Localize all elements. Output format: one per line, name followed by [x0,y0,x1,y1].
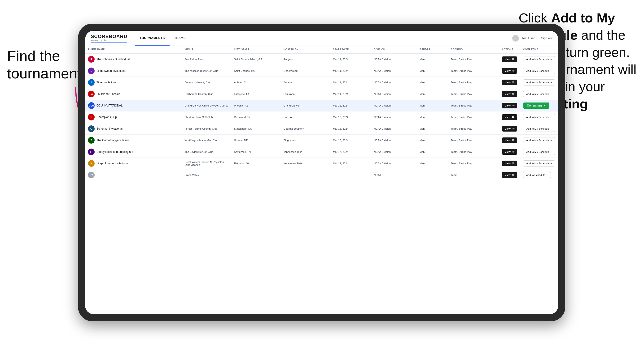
add-schedule-label-2: Add to My Schedule [526,81,550,84]
table-row: TT Bobby Nichols Intercollegiate The Sev… [85,146,558,158]
eye-icon-3: 👁 [512,93,514,95]
view-button-0[interactable]: View 👁 [502,56,517,62]
annotation-left: Find the tournament. [7,47,85,82]
plus-icon-2: + [550,81,552,84]
add-schedule-button-5[interactable]: Add to My Schedule + [523,114,555,120]
table-row: L Lindenwood Invitational The Missouri B… [85,65,558,77]
team-logo-6: G [88,125,94,132]
plus-icon-5: + [550,116,552,119]
eye-icon-8: 👁 [512,151,514,153]
view-button-10[interactable]: View 👁 [502,172,517,178]
table-row: R The Johnnie - O Individual Sea Palms R… [85,53,558,65]
eye-icon-6: 👁 [512,127,514,130]
eye-icon-0: 👁 [512,58,514,61]
col-competing: COMPETING [520,46,558,53]
date-cell-10 [330,169,371,181]
event-name-8: Bobby Nichols Intercollegiate [96,150,133,154]
event-name-cell-0: R The Johnnie - O Individual [85,53,182,65]
hosted-cell-9: Kennesaw State [281,158,330,169]
add-schedule-button-10[interactable]: Add to Schedule + [523,172,551,178]
venue-cell-9: Great Waters Course At Reynolds Lake Oco… [182,158,231,169]
add-schedule-button-6[interactable]: Add to My Schedule + [523,126,555,132]
view-button-9[interactable]: View 👁 [502,161,517,166]
view-button-7[interactable]: View 👁 [502,138,517,143]
tab-tournaments[interactable]: TOURNAMENTS [135,31,169,46]
city-cell-8: Sevierville, TN [231,146,281,158]
add-schedule-button-3[interactable]: Add to My Schedule + [523,91,555,97]
table-row: LA Louisiana Classics Oakbourne Country … [85,88,558,100]
scoring-cell-1: Team, Stroke Play [448,65,499,77]
add-schedule-button-7[interactable]: Add to My Schedule + [523,137,555,143]
competing-cell-3: Add to My Schedule + [520,88,558,100]
actions-cell-5: View 👁 [499,112,520,123]
date-cell-9: Mar 17, 2024 [330,158,371,169]
city-cell-9: Eatonton, GA [231,158,281,169]
table-container[interactable]: EVENT NAME VENUE CITY, STATE HOSTED BY S… [85,46,558,314]
scoring-cell-8: Team, Stroke Play [448,146,499,158]
hosted-cell-2: Auburn [281,77,330,88]
gender-cell-3: Men [417,88,448,100]
event-name-cell-5: H Champions Cup [85,112,182,123]
view-button-5[interactable]: View 👁 [502,114,517,120]
col-actions: ACTIONS [499,46,520,53]
gender-cell-9: Men [417,158,448,169]
gender-cell-5: Men [417,112,448,123]
event-name-0: The Johnnie - O Individual [96,58,130,61]
division-cell-6: NCAA Division I [371,123,417,135]
division-cell-0: NCAA Division I [371,53,417,65]
tab-teams[interactable]: TEAMS [170,31,190,46]
gender-cell-0: Men [417,53,448,65]
add-schedule-label-0: Add to My Schedule [526,58,550,61]
table-row: A Tiger Invitational Auburn University C… [85,77,558,88]
hosted-cell-0: Rutgers [281,53,330,65]
event-name-5: Champions Cup [96,116,117,119]
add-schedule-button-9[interactable]: Add to My Schedule + [523,160,555,167]
scoring-cell-3: Team, Stroke Play [448,88,499,100]
actions-cell-1: View 👁 [499,65,520,77]
view-button-4[interactable]: View 👁 [502,103,517,108]
plus-icon-6: + [550,127,552,130]
event-name-1: Lindenwood Invitational [96,69,126,72]
add-schedule-button-8[interactable]: Add to My Schedule + [523,149,555,155]
competing-button-4[interactable]: Competing ✓ [523,103,550,109]
check-icon-4: ✓ [543,104,546,107]
add-schedule-button-1[interactable]: Add to My Schedule + [523,68,555,74]
team-logo-4: GCU [88,102,94,109]
sign-out-link[interactable]: Sign out [541,36,552,40]
col-gender: GENDER [417,46,448,53]
view-button-8[interactable]: View 👁 [502,149,517,155]
add-schedule-button-0[interactable]: Add to My Schedule + [523,56,555,62]
add-schedule-button-2[interactable]: Add to My Schedule + [523,79,555,85]
hosted-cell-6: Georgia Southern [281,123,330,135]
actions-cell-9: View 👁 [499,158,520,169]
team-logo-8: TT [88,149,94,155]
col-event-name: EVENT NAME [85,46,182,53]
view-button-6[interactable]: View 👁 [502,126,517,132]
competing-cell-10: Add to Schedule + [520,169,558,181]
tablet-frame: SCOREBOARD Powered by clippd TOURNAMENTS… [78,24,565,321]
date-cell-8: Mar 17, 2024 [330,146,371,158]
gender-cell-7: Men [417,135,448,146]
date-cell-3: Mar 11, 2024 [330,88,371,100]
city-cell-0: Saint Simons Island, GA [231,53,281,65]
view-button-2[interactable]: View 👁 [502,80,517,85]
eye-icon-2: 👁 [512,81,514,84]
city-cell-7: Urbana, MD [231,135,281,146]
competing-cell-4: Competing ✓ [520,100,558,112]
view-button-1[interactable]: View 👁 [502,68,517,74]
date-cell-6: Mar 15, 2024 [330,123,371,135]
plus-icon-9: + [550,162,552,165]
event-name-9: Linger Longer Invitational [96,162,128,165]
view-button-3[interactable]: View 👁 [502,91,517,97]
event-name-cell-2: A Tiger Invitational [85,77,182,88]
nav-tabs: TOURNAMENTS TEAMS [135,31,190,46]
scoring-cell-9: Team, Stroke Play [448,158,499,169]
add-schedule-label-1: Add to My Schedule [526,69,550,72]
city-cell-6: Statesboro, GA [231,123,281,135]
actions-cell-0: View 👁 [499,53,520,65]
actions-cell-3: View 👁 [499,88,520,100]
scoring-cell-4: Team, Stroke Play [448,100,499,112]
add-schedule-label-7: Add to My Schedule [526,139,550,142]
actions-cell-6: View 👁 [499,123,520,135]
venue-cell-3: Oakbourne Country Club [182,88,231,100]
